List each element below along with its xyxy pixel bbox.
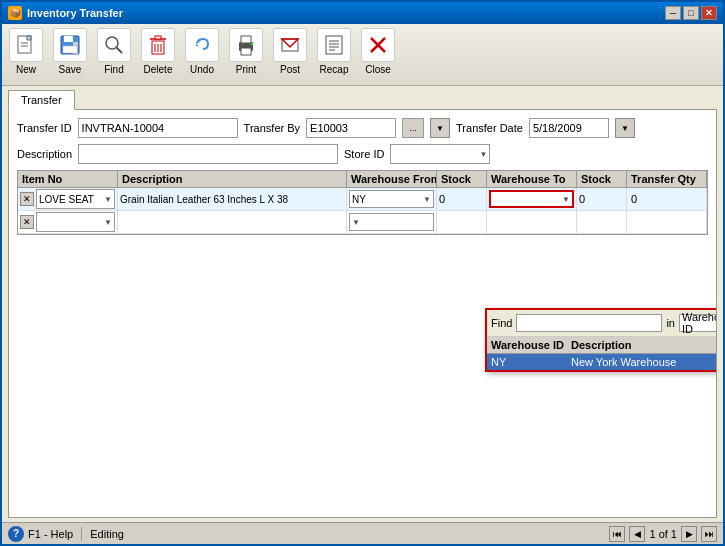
row1-warehouse-from-arrow-icon: ▼ [423, 195, 431, 204]
delete-icon [141, 28, 175, 62]
description-input[interactable] [78, 144, 338, 164]
description-label: Description [17, 148, 72, 160]
delete-label: Delete [144, 64, 173, 75]
row2-warehouse-from-cell: ▼ [347, 211, 437, 233]
row1-delete-button[interactable]: ✕ [20, 192, 34, 206]
editing-label: Editing [90, 528, 124, 540]
nav-prev-button[interactable]: ◀ [629, 526, 645, 542]
save-button[interactable]: Save [52, 28, 88, 75]
row1-warehouse-to-arrow-icon: ▼ [562, 195, 570, 204]
find-icon [97, 28, 131, 62]
store-id-dropdown[interactable]: ▼ [390, 144, 490, 164]
row1-description: Grain Italian Leather 63 Inches L X 38 [120, 194, 288, 205]
row1-stock-to-cell: 0 [577, 188, 627, 210]
nav-next-button[interactable]: ▶ [681, 526, 697, 542]
chevron-down-icon: ▼ [436, 124, 444, 133]
svg-rect-6 [63, 46, 77, 53]
tab-transfer[interactable]: Transfer [8, 90, 75, 110]
status-help: ? F1 - Help [8, 526, 73, 542]
row1-item-value: LOVE SEAT [39, 194, 94, 205]
row2-warehouse-to-cell [487, 211, 577, 233]
close-toolbar-button[interactable]: Close [360, 28, 396, 75]
header-warehouse-from: Warehouse From [347, 171, 437, 187]
main-window: 📦 Inventory Transfer ─ □ ✕ New Save Fi [0, 0, 725, 546]
svg-rect-21 [326, 36, 342, 54]
print-button[interactable]: Print [228, 28, 264, 75]
row2-delete-button[interactable]: ✕ [20, 215, 34, 229]
row2-stock-from-cell [437, 211, 487, 233]
header-stock-from: Stock [437, 171, 487, 187]
inventory-grid: Item No Description Warehouse From Stock… [17, 170, 708, 235]
close-button[interactable]: ✕ [701, 6, 717, 20]
new-label: New [16, 64, 36, 75]
save-icon [53, 28, 87, 62]
popup-warehouse-id: NY [491, 356, 571, 368]
row2-item-arrow-icon: ▼ [104, 218, 112, 227]
close-toolbar-label: Close [365, 64, 391, 75]
toolbar: New Save Find Delete Undo [2, 24, 723, 86]
row2-item-dropdown[interactable]: ▼ [36, 212, 115, 232]
warehouse-popup: Find in Warehouse ID ▼ Warehouse ID Desc… [485, 308, 717, 372]
svg-rect-11 [155, 36, 161, 39]
popup-list-row[interactable]: NY New York Warehouse [487, 354, 717, 370]
maximize-button[interactable]: □ [683, 6, 699, 20]
post-button[interactable]: Post [272, 28, 308, 75]
transfer-id-input[interactable] [78, 118, 238, 138]
row1-warehouse-to-cell: ▼ [487, 188, 577, 210]
status-divider [81, 527, 82, 541]
close-toolbar-icon [361, 28, 395, 62]
header-warehouse-to: Warehouse To [487, 171, 577, 187]
svg-rect-18 [251, 43, 253, 45]
row1-warehouse-from-value: NY [352, 194, 366, 205]
window-title: Inventory Transfer [27, 7, 123, 19]
header-transfer-qty: Transfer Qty [627, 171, 707, 187]
new-button[interactable]: New [8, 28, 44, 75]
undo-icon [185, 28, 219, 62]
status-left: ? F1 - Help Editing [8, 526, 124, 542]
row1-item-dropdown[interactable]: LOVE SEAT ▼ [36, 189, 115, 209]
undo-button[interactable]: Undo [184, 28, 220, 75]
minimize-button[interactable]: ─ [665, 6, 681, 20]
row2-stock-to-cell [577, 211, 627, 233]
transfer-date-dropdown-button[interactable]: ▼ [615, 118, 635, 138]
nav-last-button[interactable]: ⏭ [701, 526, 717, 542]
post-label: Post [280, 64, 300, 75]
transfer-date-label: Transfer Date [456, 122, 523, 134]
post-icon [273, 28, 307, 62]
popup-find-row: Find in Warehouse ID ▼ [487, 310, 717, 337]
svg-line-8 [117, 48, 123, 54]
save-label: Save [59, 64, 82, 75]
svg-rect-4 [64, 36, 73, 42]
row1-item-cell: ✕ LOVE SEAT ▼ [18, 188, 118, 210]
find-button[interactable]: Find [96, 28, 132, 75]
popup-in-label: in [666, 317, 675, 329]
popup-find-field-dropdown[interactable]: Warehouse ID ▼ [679, 314, 717, 332]
form-row-1: Transfer ID Transfer By ... ▼ Transfer D… [17, 118, 708, 138]
row1-warehouse-from-dropdown[interactable]: NY ▼ [349, 190, 434, 208]
store-id-arrow-icon: ▼ [479, 150, 487, 159]
row2-warehouse-from-dropdown[interactable]: ▼ [349, 213, 434, 231]
svg-rect-16 [241, 36, 251, 43]
recap-icon [317, 28, 351, 62]
popup-warehouse-description: New York Warehouse [571, 356, 717, 368]
recap-button[interactable]: Recap [316, 28, 352, 75]
nav-first-button[interactable]: ⏮ [609, 526, 625, 542]
row2-description-cell [118, 211, 347, 233]
status-bar: ? F1 - Help Editing ⏮ ◀ 1 of 1 ▶ ⏭ [2, 522, 723, 544]
row1-warehouse-to-dropdown[interactable]: ▼ [489, 190, 574, 208]
transfer-by-dropdown-button[interactable]: ▼ [430, 118, 450, 138]
window-controls: ─ □ ✕ [665, 6, 717, 20]
delete-button[interactable]: Delete [140, 28, 176, 75]
row1-stock-to: 0 [579, 193, 585, 205]
transfer-by-dots-button[interactable]: ... [402, 118, 424, 138]
store-id-label: Store ID [344, 148, 384, 160]
svg-rect-17 [241, 48, 251, 55]
popup-find-input[interactable] [516, 314, 662, 332]
print-icon [229, 28, 263, 62]
row2-transfer-qty-cell [627, 211, 707, 233]
row1-transfer-qty-input[interactable] [629, 190, 704, 208]
transfer-date-input[interactable] [529, 118, 609, 138]
title-bar: 📦 Inventory Transfer ─ □ ✕ [2, 2, 723, 24]
table-row: ✕ ▼ ▼ [18, 211, 707, 234]
transfer-by-input[interactable] [306, 118, 396, 138]
